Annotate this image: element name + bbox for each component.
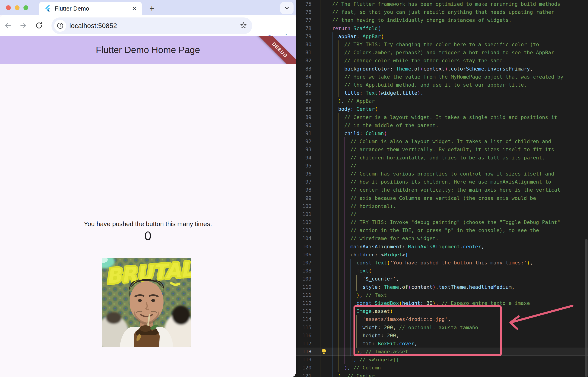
browser-tab[interactable]: Flutter Demo ✕ [39,2,142,15]
code-text: ), // Text [311,291,387,299]
code-line[interactable]: 95// [296,162,588,170]
code-line[interactable]: 81// Colors.amber, perhaps?) and trigger… [296,48,588,57]
code-text: // Center is a layout widget. It takes a… [311,113,557,121]
code-lines[interactable]: 75// The Flutter framework has been opti… [296,0,588,377]
code-text: backgroundColor: Theme.of(context).color… [311,65,533,73]
code-line[interactable]: 116height: 200, [296,331,588,340]
code-line[interactable]: 107const Text('You have pushed the butto… [296,259,588,267]
code-line[interactable]: 99// axis because Columns are vertical (… [296,194,588,202]
code-line[interactable]: 87), // AppBar [296,97,588,105]
line-number: 82 [296,57,311,65]
code-text: // TRY THIS: Try changing the color here… [311,40,539,48]
code-line[interactable]: 97// how it positions its children. Here… [296,178,588,186]
code-line[interactable]: 88body: Center( [296,105,588,113]
editor-scrollbar[interactable] [585,0,588,377]
code-line[interactable]: 94// children horizontally, and tries to… [296,154,588,162]
close-tab-icon[interactable]: ✕ [132,5,137,12]
zoom-window-button[interactable] [23,5,28,10]
code-text: // change color while the other colors s… [311,57,506,65]
code-line[interactable]: 104// wireframe for each widget. [296,234,588,242]
code-line[interactable]: 101// [296,210,588,218]
code-line[interactable]: 77// than having to individually change … [296,16,588,24]
code-text: child: Column( [311,129,387,137]
line-number: 87 [296,97,311,105]
code-line[interactable]: 105mainAxisAlignment: MainAxisAlignment.… [296,243,588,251]
line-number: 77 [296,16,311,24]
line-number: 119 [296,356,311,364]
code-text: // Colors.amber, perhaps?) and trigger a… [311,48,554,57]
code-line[interactable]: 113Image.asset( [296,307,588,315]
code-line[interactable]: 78return Scaffold( [296,24,588,32]
code-line[interactable]: 79appBar: AppBar( [296,32,588,40]
code-line[interactable]: 110style: Theme.of(context).textTheme.he… [296,283,588,291]
code-text: ), // Column [311,364,381,372]
code-line[interactable]: 109'$_counter', [296,275,588,283]
address-bar[interactable]: localhost:50852 [51,17,252,34]
line-number: 97 [296,178,311,186]
code-line[interactable]: 100// horizontal). [296,202,588,210]
line-number: 81 [296,48,311,57]
code-line[interactable]: 108Text( [296,267,588,275]
code-text: // [311,210,357,218]
code-editor[interactable]: 75// The Flutter framework has been opti… [296,0,588,377]
code-line[interactable]: 76// fast, so that you can just rebuild … [296,8,588,16]
code-text: const Text('You have pushed the button t… [311,259,533,267]
code-line[interactable]: 96// Column has various properties to co… [296,170,588,178]
code-line[interactable]: 89// Center is a layout widget. It takes… [296,113,588,121]
code-line[interactable]: 90// in the middle of the parent. [296,121,588,129]
code-line[interactable]: 120), // Column [296,364,588,372]
code-text: // action in the IDE, or press "p" in th… [311,226,539,234]
code-line[interactable]: 92// Column is also a layout widget. It … [296,137,588,145]
line-number: 103 [296,226,311,234]
code-line[interactable]: 114'assets/imaxes/drodicio.jpg', [296,315,588,323]
line-number: 108 [296,267,311,275]
code-line[interactable]: 80// TRY THIS: Try changing the color he… [296,40,588,48]
new-tab-button[interactable]: + [147,3,157,14]
forward-button[interactable] [18,20,29,31]
code-line[interactable]: 115width: 200, // opcional: axusta tamañ… [296,323,588,331]
window-controls[interactable] [6,5,28,10]
code-line[interactable]: 98// center the children vertically; the… [296,186,588,194]
line-number: 107 [296,259,311,267]
line-number: 91 [296,129,311,137]
code-line[interactable]: 111), // Text [296,291,588,299]
code-text: // how it positions its children. Here w… [311,178,551,186]
code-line[interactable]: 84// Here we take the value from the MyH… [296,73,588,81]
code-text: const SizedBox(height: 30), // Espazo en… [311,299,530,307]
code-text: // than having to individually change in… [311,16,511,24]
bookmark-star-button[interactable] [240,22,247,30]
code-line[interactable]: 75// The Flutter framework has been opti… [296,0,588,8]
code-line[interactable]: 86title: Text(widget.title), [296,89,588,97]
code-line[interactable]: 117fit: BoxFit.cover, [296,340,588,348]
code-line[interactable]: 93// arranges them vertically. By defaul… [296,145,588,153]
code-line[interactable]: 121), // Center [296,372,588,377]
code-line[interactable]: 102// TRY THIS: Invoke "debug painting" … [296,218,588,226]
hero-photo: BRUTAL [102,258,191,347]
code-line[interactable]: 119], // <Widget>[] [296,356,588,364]
tab-search-button[interactable] [280,2,294,14]
scrollbar-thumb[interactable] [585,239,588,377]
code-line[interactable]: 103// action in the IDE, or press "p" in… [296,226,588,234]
back-button[interactable] [2,20,13,31]
site-info-button[interactable] [54,20,66,32]
line-number: 86 [296,89,311,97]
code-line[interactable]: 112const SizedBox(height: 30), // Espazo… [296,299,588,307]
line-number: 113 [296,307,311,315]
code-text: // Column is also a layout widget. It ta… [311,137,551,145]
code-text: // in the middle of the parent. [311,121,439,129]
line-number: 116 [296,331,311,340]
code-line[interactable]: 106children: <Widget>[ [296,251,588,259]
code-line[interactable]: 85// the App.build method, and use it to… [296,81,588,89]
line-number: 78 [296,24,311,32]
info-icon [57,22,64,29]
code-line[interactable]: 82// change color while the other colors… [296,57,588,65]
code-line[interactable]: 91child: Column( [296,129,588,137]
reload-button[interactable] [34,20,45,31]
close-window-button[interactable] [6,5,11,10]
line-number: 109 [296,275,311,283]
code-line[interactable]: 83backgroundColor: Theme.of(context).col… [296,65,588,73]
code-line[interactable]: 118), // Image.asset [296,348,588,356]
minimize-window-button[interactable] [15,5,20,10]
url-text[interactable]: localhost:50852 [69,22,117,30]
line-number: 80 [296,40,311,48]
